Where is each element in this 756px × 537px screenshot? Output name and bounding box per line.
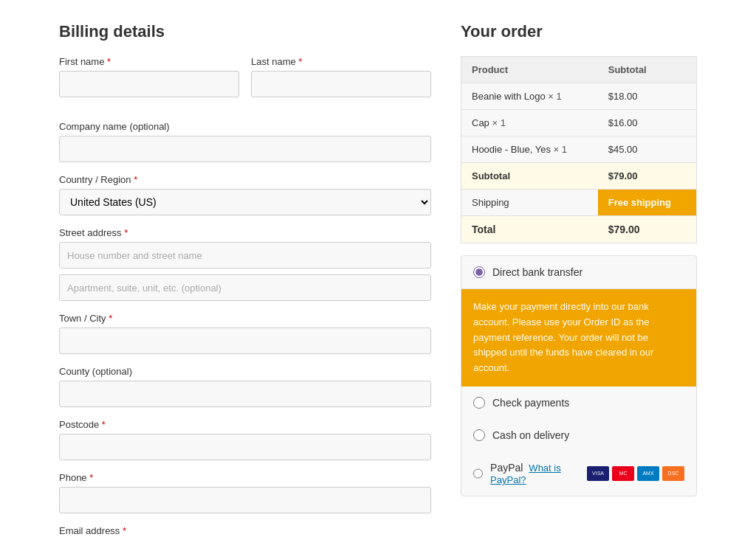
payment-radio-check[interactable]: Check payments [461, 387, 696, 419]
postcode-label: Postcode * [59, 419, 431, 430]
payment-option-cod: Cash on delivery [461, 419, 696, 451]
county-group: County (optional) [59, 366, 431, 407]
discover-icon: DSC [662, 466, 684, 481]
postcode-input[interactable] [59, 434, 431, 460]
amex-icon: AMX [637, 466, 659, 481]
postcode-group: Postcode * [59, 419, 431, 460]
last-name-input[interactable] [251, 71, 431, 97]
payment-description-direct_bank: Make your payment directly into our bank… [461, 289, 696, 387]
country-group: Country / Region * United States (US) [59, 174, 431, 215]
payment-label-direct_bank: Direct bank transfer [492, 266, 583, 278]
item-price: $16.00 [598, 110, 697, 136]
payment-radio-input-check[interactable] [473, 397, 485, 409]
company-name-input[interactable] [59, 136, 431, 162]
billing-section: Billing details First name * Last name *… [59, 22, 431, 537]
street-group: Street address * [59, 227, 431, 301]
total-row: Total $79.00 [461, 216, 697, 243]
company-name-label: Company name (optional) [59, 121, 431, 132]
subtotal-value: $79.00 [598, 163, 697, 190]
phone-input[interactable] [59, 487, 431, 513]
subtotal-row: Subtotal $79.00 [461, 163, 697, 190]
city-label: Town / City * [59, 313, 431, 324]
company-name-group: Company name (optional) [59, 121, 431, 162]
street-label: Street address * [59, 227, 431, 238]
order-item-row: Hoodie - Blue, Yes × 1 $45.00 [461, 136, 697, 163]
order-section: Your order Product Subtotal Beanie with … [461, 22, 697, 537]
item-name: Hoodie - Blue, Yes × 1 [461, 136, 598, 163]
order-table: Product Subtotal Beanie with Logo × 1 $1… [461, 56, 697, 243]
county-label: County (optional) [59, 366, 431, 377]
item-price: $45.00 [598, 136, 697, 163]
shipping-label: Shipping [461, 190, 598, 216]
shipping-row: Shipping Free shipping [461, 190, 697, 216]
total-value: $79.00 [598, 216, 697, 243]
payment-label-cod: Cash on delivery [492, 429, 569, 441]
city-input[interactable] [59, 328, 431, 354]
payment-radio-cod[interactable]: Cash on delivery [461, 419, 696, 451]
col-subtotal: Subtotal [598, 57, 697, 83]
first-name-input[interactable] [59, 71, 239, 97]
first-name-group: First name * [59, 56, 239, 97]
phone-group: Phone * [59, 472, 431, 513]
paypal-link[interactable]: What is PayPal? [490, 462, 561, 485]
street-input[interactable] [59, 242, 431, 268]
county-input[interactable] [59, 381, 431, 407]
last-name-group: Last name * [251, 56, 431, 97]
total-label: Total [461, 216, 598, 243]
col-product: Product [461, 57, 598, 83]
country-label: Country / Region * [59, 174, 431, 185]
mastercard-icon: MC [612, 466, 634, 481]
payment-label-check: Check payments [492, 397, 569, 409]
last-name-label: Last name * [251, 56, 431, 67]
payment-methods: Direct bank transfer Make your payment d… [461, 255, 697, 496]
payment-icons: VISA MC AMX DSC [587, 466, 684, 481]
visa-icon: VISA [587, 466, 609, 481]
city-group: Town / City * [59, 313, 431, 354]
order-title: Your order [461, 22, 697, 41]
email-group: Email address * [59, 525, 431, 537]
payment-radio-paypal[interactable]: PayPal What is PayPal? VISA MC AMX DSC [461, 451, 696, 496]
order-item-row: Cap × 1 $16.00 [461, 110, 697, 136]
payment-option-check: Check payments [461, 387, 696, 419]
payment-radio-input-direct_bank[interactable] [473, 266, 485, 278]
item-price: $18.00 [598, 83, 697, 110]
order-item-row: Beanie with Logo × 1 $18.00 [461, 83, 697, 110]
subtotal-label: Subtotal [461, 163, 598, 190]
email-label: Email address * [59, 525, 431, 536]
payment-option-direct_bank: Direct bank transfer Make your payment d… [461, 256, 696, 387]
street2-input[interactable] [59, 274, 431, 301]
phone-label: Phone * [59, 472, 431, 483]
first-name-label: First name * [59, 56, 239, 67]
payment-radio-input-paypal[interactable] [473, 468, 483, 479]
item-name: Beanie with Logo × 1 [461, 83, 598, 110]
payment-label-paypal: PayPal What is PayPal? [490, 462, 580, 485]
payment-option-paypal: PayPal What is PayPal? VISA MC AMX DSC [461, 451, 696, 496]
item-name: Cap × 1 [461, 110, 598, 136]
payment-radio-input-cod[interactable] [473, 429, 485, 441]
country-select[interactable]: United States (US) [59, 189, 431, 215]
payment-radio-direct_bank[interactable]: Direct bank transfer [461, 256, 696, 289]
shipping-value: Free shipping [598, 190, 697, 216]
billing-title: Billing details [59, 22, 431, 41]
